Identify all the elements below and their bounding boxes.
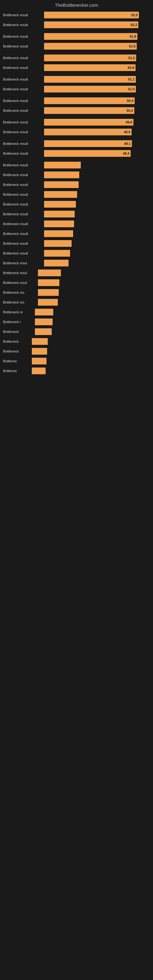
bar-label: Bottlenec <box>3 369 30 373</box>
bar-row: Bottleneck result <box>3 180 150 189</box>
bar <box>44 250 70 257</box>
bar-wrapper <box>35 309 150 315</box>
bar-label: Bottleneck result <box>3 183 43 186</box>
bar-label: Bottleneck result <box>3 120 43 124</box>
bar-row: Bottlenec <box>3 367 150 375</box>
bar-label: Bottleneck result <box>3 99 43 103</box>
bar-label: Bottleneck result <box>3 56 43 60</box>
bar <box>44 230 73 237</box>
bar-row: Bottleneck <box>3 328 150 336</box>
bar <box>44 172 79 178</box>
bar-wrapper: 51.2 <box>44 54 150 61</box>
bar <box>35 328 52 335</box>
bar-row: Bottleneck result48.4 <box>3 149 150 158</box>
bar-row: Bottleneck res <box>3 288 150 297</box>
bar-wrapper <box>38 269 150 276</box>
bar-wrapper: 51.0 <box>44 86 150 92</box>
bar <box>44 181 79 188</box>
bar-row: Bottleneck result <box>3 239 150 248</box>
bar-wrapper <box>32 368 150 374</box>
bar-wrapper <box>38 279 150 286</box>
bar-label: Bottleneck <box>3 330 33 334</box>
header: TheBottlenecker.com <box>0 0 153 9</box>
bar-label: Bottleneck result <box>3 151 43 155</box>
bar-value: 49.1 <box>124 142 131 145</box>
bar-row: Bottleneck re <box>3 308 150 317</box>
bar-label: Bottleneck result <box>3 242 43 245</box>
bar <box>38 289 59 296</box>
bar-wrapper: 51.1 <box>44 76 150 83</box>
bar-row: Bottleneck result52.3 <box>3 21 150 29</box>
bar-value: 50.2 <box>127 109 133 112</box>
bar-wrapper <box>32 358 150 364</box>
bar-wrapper <box>44 230 150 237</box>
bar-wrapper: 49.8 <box>44 119 150 126</box>
bar-label: Bottleneck resul <box>3 261 43 265</box>
bar-value: 50.4 <box>127 99 134 103</box>
site-title: TheBottlenecker.com <box>0 0 153 9</box>
bar-label: Bottleneck result <box>3 35 43 38</box>
bar-row: Bottleneck result51.0 <box>3 85 150 94</box>
bar-wrapper <box>44 181 150 188</box>
bar-wrapper: 52.3 <box>44 21 150 28</box>
bar-wrapper <box>44 240 150 247</box>
bar-label: Bottleneck result <box>3 163 43 167</box>
bar-label: Bottleneck result <box>3 23 43 27</box>
bar-label: Bottleneck <box>3 350 30 353</box>
bar-label: Bottleneck r <box>3 320 33 324</box>
bar-label: Bottleneck result <box>3 173 43 177</box>
bar: 49.1 <box>44 140 132 147</box>
bar-value: 52.3 <box>131 23 137 27</box>
bar-row: Bottlenec <box>3 357 150 365</box>
bar-value: 51.5 <box>129 45 135 48</box>
bar-row: Bottleneck r <box>3 318 150 326</box>
bar-wrapper <box>44 172 150 178</box>
bar-label: Bottleneck result <box>3 78 43 81</box>
bar-row: Bottleneck result49.8 <box>3 118 150 126</box>
bar-wrapper <box>38 299 150 305</box>
bar: 49.8 <box>44 119 134 126</box>
bar-label: Bottleneck resul <box>3 271 37 275</box>
bar-value: 48.4 <box>123 151 129 155</box>
bar-row: Bottleneck result52.5 <box>3 11 150 19</box>
bar-row: Bottleneck <box>3 347 150 356</box>
bar-wrapper <box>44 162 150 169</box>
bar-label: Bottleneck result <box>3 66 43 70</box>
bar <box>44 221 74 227</box>
bar-row: Bottleneck result50.4 <box>3 97 150 105</box>
bar-value: 51.2 <box>129 56 135 60</box>
bar-row: Bottleneck result <box>3 170 150 179</box>
bar: 50.2 <box>44 107 134 114</box>
bar <box>35 309 53 315</box>
bar-wrapper: 48.9 <box>44 129 150 135</box>
bar <box>38 299 58 305</box>
bar-value: 50.9 <box>128 66 134 70</box>
bar-wrapper <box>44 211 150 218</box>
bar-row: Bottleneck res <box>3 298 150 307</box>
bar-label: Bottleneck result <box>3 232 43 235</box>
bar-wrapper <box>32 348 150 355</box>
bar-row: Bottleneck result50.2 <box>3 106 150 115</box>
bar-value: 52.5 <box>131 13 138 17</box>
bar-value: 49.8 <box>126 120 132 124</box>
bar-label: Bottleneck result <box>3 45 43 48</box>
bar-row: Bottleneck result51.2 <box>3 54 150 62</box>
bar-label: Bottlenec <box>3 359 30 363</box>
bar-label: Bottleneck resul <box>3 281 37 285</box>
bar-wrapper <box>44 201 150 208</box>
bar <box>32 338 48 345</box>
bar-row: Bottleneck result50.9 <box>3 64 150 72</box>
bar-row: Bottleneck result <box>3 229 150 238</box>
bar <box>35 318 53 325</box>
bar-wrapper <box>44 250 150 257</box>
bar-wrapper: 50.2 <box>44 107 150 114</box>
bar-row: Bottleneck result51.1 <box>3 75 150 84</box>
bar <box>32 358 46 364</box>
bar: 51.0 <box>44 86 136 92</box>
bar-label: Bottleneck result <box>3 142 43 145</box>
bar-wrapper <box>38 289 150 296</box>
bar-row: Bottleneck resul <box>3 269 150 277</box>
bar-wrapper: 49.1 <box>44 140 150 147</box>
bar-wrapper <box>32 338 150 345</box>
bar-row: Bottleneck result49.1 <box>3 139 150 148</box>
